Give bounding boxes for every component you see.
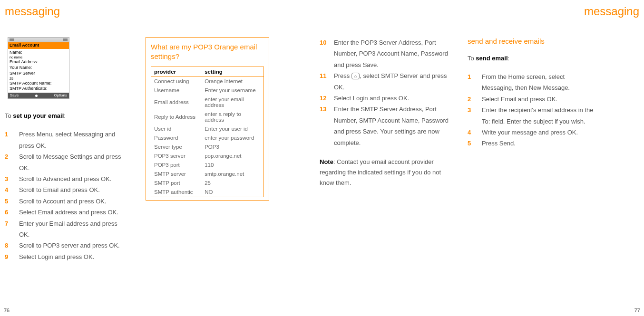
setup-lead: To set up your email: [5, 112, 128, 119]
list-item: 9Select Login and press OK. [5, 251, 128, 262]
setup-steps-continued: 10Enter the POP3 Server Address, Port Nu… [320, 37, 450, 148]
note: Note: Contact you email account provider… [320, 157, 450, 188]
page-number-left: 76 [4, 307, 10, 313]
table-row: SMTP port25 [151, 179, 264, 188]
list-item: 1Press Menu, select Messaging and press … [5, 129, 128, 151]
list-item: 6Select Email address and press OK. [5, 207, 128, 218]
send-lead: To send email: [468, 55, 594, 62]
column-2: What are my POP3 Orange email settings? … [146, 37, 269, 201]
list-item: 2Scroll to Message Settings and press OK… [5, 151, 128, 173]
list-item: 4Scroll to Email and press OK. [5, 184, 128, 195]
phone-row: no name [10, 55, 68, 59]
list-item: 5Press Send. [468, 138, 594, 149]
phone-body: Name: no name Email Address: Your Name: … [8, 49, 69, 93]
list-item: 5Scroll to Account and press OK. [5, 196, 128, 207]
softkey-center-icon [35, 95, 38, 97]
phone-status-bar [8, 38, 69, 42]
phone-row: SMTP Authenticate: [10, 86, 68, 92]
softkey-options: Options [54, 93, 67, 98]
send-steps: 1From the Home screen, select Messaging,… [468, 71, 594, 149]
table-row: POP3 port110 [151, 161, 264, 170]
softkey-save: Save [10, 93, 19, 98]
phone-softkeys: Save Options [8, 93, 69, 98]
phone-row: SMTP Server [10, 71, 68, 77]
table-row: SMTP authenticNO [151, 188, 264, 197]
phone-row: 25 [10, 77, 68, 81]
column-1: Email Account Name: no name Email Addres… [5, 37, 128, 262]
table-header-provider: provider [151, 67, 202, 77]
table-row: Connect usingOrange internet [151, 77, 264, 86]
page-title-right: messaging [584, 5, 639, 18]
menu-key-icon: ⌂ [351, 73, 360, 79]
table-row: Server typePOP3 [151, 143, 264, 152]
phone-row: SMTP Account Name: [10, 81, 68, 86]
table-row: SMTP serversmtp.orange.net [151, 170, 264, 179]
list-item: 2Select Email and press OK. [468, 94, 594, 105]
table-row: Passwordenter your password [151, 134, 264, 143]
list-item: 13Enter the SMTP Server Address, Port Nu… [320, 104, 450, 148]
list-item: 1From the Home screen, select Messaging,… [468, 71, 594, 94]
table-row: Reply to Addressenter a reply to address [151, 110, 264, 124]
page-title-left: messaging [5, 5, 60, 18]
table-row: UsernameEnter your username [151, 86, 264, 95]
phone-mock: Email Account Name: no name Email Addres… [8, 37, 69, 99]
table-row: User idEnter your user id [151, 124, 264, 134]
phone-row: Your Name: [10, 65, 68, 71]
phone-row: Email Address: [10, 59, 68, 65]
column-4: send and receive emails To send email: 1… [468, 37, 594, 149]
page-number-right: 77 [634, 307, 640, 313]
settings-table: provider setting Connect usingOrange int… [151, 67, 264, 197]
settings-box: What are my POP3 Orange email settings? … [146, 37, 269, 201]
list-item: 3Scroll to Advanced and press OK. [5, 173, 128, 184]
table-row: POP3 serverpop.orange.net [151, 152, 264, 161]
list-item: 4Write your message and press OK. [468, 127, 594, 138]
list-item: 8Scroll to POP3 server and press OK. [5, 240, 128, 251]
setup-steps: 1Press Menu, select Messaging and press … [5, 129, 128, 262]
list-item: 7Enter your Email address and press OK. [5, 218, 128, 240]
list-item: 12Select Login and press OK. [320, 93, 450, 104]
list-item: 3Enter the recipient's email address in … [468, 105, 594, 127]
table-row: Email addressenter your email address [151, 95, 264, 110]
phone-row: Name: [10, 50, 68, 56]
send-receive-heading: send and receive emails [468, 37, 594, 45]
list-item: 11Press ⌂, select SMTP Server and press … [320, 70, 450, 93]
phone-title: Email Account [8, 42, 69, 49]
settings-box-title: What are my POP3 Orange email settings? [151, 42, 264, 62]
table-header-setting: setting [202, 67, 263, 77]
column-3: 10Enter the POP3 Server Address, Port Nu… [320, 37, 450, 188]
list-item: 10Enter the POP3 Server Address, Port Nu… [320, 37, 450, 70]
